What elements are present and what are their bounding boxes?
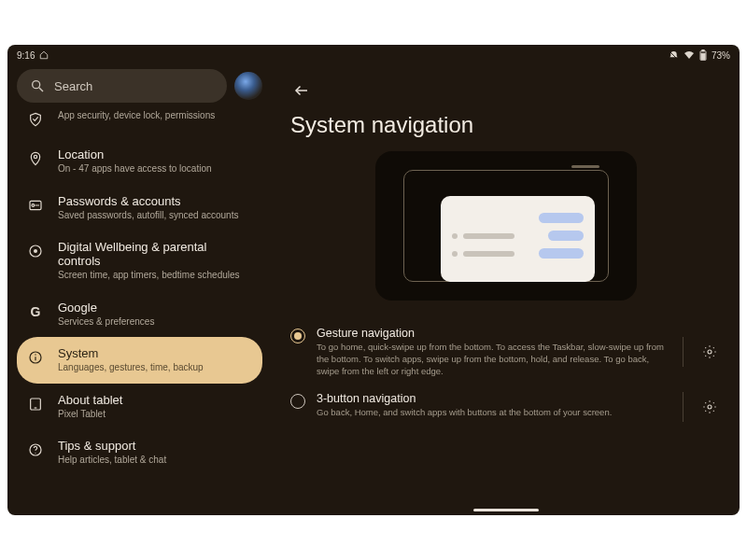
shield-icon [26, 110, 45, 129]
sidebar-item-about[interactable]: About tablet Pixel Tablet [17, 384, 262, 430]
sidebar-item-sub: On - 47 apps have access to location [58, 163, 212, 175]
sidebar-item-wellbeing[interactable]: Digital Wellbeing & parental controls Sc… [17, 231, 262, 291]
option-desc: To go home, quick-swipe up from the bott… [317, 342, 664, 377]
svg-point-8 [32, 203, 35, 206]
settings-menu: App security, device lock, permissions L… [17, 106, 262, 476]
svg-point-21 [708, 405, 712, 409]
back-button[interactable] [289, 77, 315, 104]
page-title: System navigation [290, 112, 723, 138]
svg-point-11 [34, 249, 37, 253]
home-icon [39, 50, 49, 60]
search-input[interactable]: Search [17, 69, 227, 103]
sidebar-item-google[interactable]: G Google Services & preferences [17, 291, 262, 338]
sidebar-item-sub: Pixel Tablet [58, 409, 122, 421]
key-icon [26, 196, 45, 215]
svg-point-20 [708, 350, 712, 354]
sidebar-item-label: Digital Wellbeing & parental controls [58, 240, 251, 268]
svg-rect-2 [702, 50, 704, 51]
sidebar-item-sub: Services & preferences [58, 316, 154, 329]
profile-avatar[interactable] [234, 72, 262, 100]
svg-line-5 [39, 88, 43, 91]
option-settings-gesture[interactable] [698, 341, 721, 363]
sidebar-item-sub: Screen time, app timers, bedtime schedul… [58, 270, 251, 282]
help-icon [26, 441, 45, 459]
option-desc: Go back, Home, and switch apps with butt… [317, 407, 664, 419]
radio-3button[interactable] [290, 394, 305, 409]
sidebar-item-label: Location [58, 147, 212, 161]
pin-icon [26, 149, 45, 168]
sidebar-item-tips[interactable]: Tips & support Help articles, tablet & c… [17, 429, 262, 476]
battery-icon [699, 49, 707, 61]
settings-screen: 9:16 73% Searc [7, 45, 740, 515]
sidebar-item-passwords[interactable]: Passwords & accounts Saved passwords, au… [17, 185, 262, 231]
home-indicator[interactable] [473, 509, 539, 511]
sidebar-item-security[interactable]: App security, device lock, permissions [17, 106, 262, 138]
search-icon [30, 78, 45, 93]
status-time: 9:16 [17, 50, 35, 61]
svg-point-14 [35, 354, 35, 355]
option-gesture-navigation[interactable]: Gesture navigation To go home, quick-swi… [290, 319, 721, 385]
search-placeholder: Search [54, 79, 92, 93]
radio-gesture[interactable] [290, 329, 305, 343]
settings-sidebar: Search App security, device lock, permis… [7, 65, 272, 515]
sidebar-item-label: About tablet [58, 393, 122, 407]
tablet-icon [26, 395, 45, 413]
sidebar-item-label: Google [58, 301, 154, 315]
content-pane: System navigation Gesture navigation To … [272, 65, 740, 515]
sidebar-item-system[interactable]: System Languages, gestures, time, backup [17, 337, 262, 384]
svg-rect-3 [701, 53, 705, 59]
option-settings-3button[interactable] [698, 396, 721, 418]
svg-point-4 [33, 81, 40, 89]
wifi-icon [684, 50, 695, 60]
status-bar: 9:16 73% [7, 45, 740, 65]
info-icon [26, 348, 45, 367]
option-3button-navigation[interactable]: 3-button navigation Go back, Home, and s… [290, 385, 721, 429]
svg-point-18 [35, 453, 35, 454]
option-title: Gesture navigation [317, 327, 664, 340]
google-icon: G [26, 302, 45, 321]
dnd-icon [669, 50, 679, 61]
sidebar-item-label: System [58, 346, 204, 360]
option-title: 3-button navigation [317, 392, 664, 405]
wellbeing-icon [26, 242, 45, 260]
sidebar-item-sub: App security, device lock, permissions [58, 110, 215, 122]
sidebar-item-sub: Help articles, tablet & chat [58, 455, 166, 467]
svg-point-6 [34, 155, 36, 158]
battery-percent: 73% [712, 50, 730, 61]
sidebar-item-location[interactable]: Location On - 47 apps have access to loc… [17, 138, 262, 185]
sidebar-item-sub: Saved passwords, autofill, synced accoun… [58, 210, 238, 222]
sidebar-item-sub: Languages, gestures, time, backup [58, 362, 204, 374]
sidebar-item-label: Passwords & accounts [58, 194, 238, 208]
navigation-preview [375, 151, 637, 301]
sidebar-item-label: Tips & support [58, 439, 166, 453]
